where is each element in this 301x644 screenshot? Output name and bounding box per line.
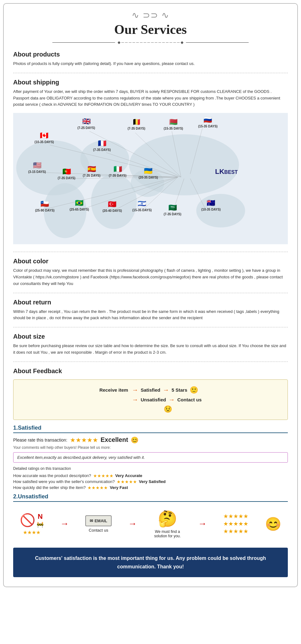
- unsat-email-item: ✉ EMAIL Contact us: [85, 515, 111, 533]
- about-size-section: About size Be sure before purchasing ple…: [13, 333, 288, 356]
- flag-chile: 🇨🇱 (25-90 DAYS): [35, 200, 55, 212]
- flag-belgium: 🇧🇪 (7-35 DAYS): [128, 118, 145, 130]
- sad-emoji-row: 😟: [132, 405, 202, 413]
- arrow-to-stars: →: [163, 386, 169, 394]
- color-title: About color: [13, 258, 288, 265]
- detail-2-value: Very Satisfied: [139, 479, 166, 484]
- stars-label: 5 Stars: [172, 387, 187, 393]
- flag-france: 🇫🇷 (7-35 DAYS): [93, 139, 111, 152]
- detail-1-stars: ★★★★★: [93, 473, 114, 478]
- detail-3-label: How quickly did the seller ship the item…: [13, 485, 86, 490]
- about-return-section: About return Within 7 days after receipt…: [13, 299, 288, 322]
- unsat-stars-outcome: ★★★★★ ★★★★★ ★★★★★: [223, 513, 248, 535]
- outcome-stars-row-2: ★★★★★: [223, 520, 248, 527]
- example-text-box: Excellent item,exactly as described,quic…: [13, 452, 288, 463]
- satisfied-label: Satisfied: [141, 387, 161, 393]
- products-text: Photos of products is fully comply with …: [13, 61, 288, 67]
- return-title: About return: [13, 299, 288, 306]
- flag-canada: 🇨🇦 (10-35 DAYS): [34, 131, 54, 144]
- svg-point-1: [16, 141, 90, 196]
- flow-branches: → Satisfied → 5 Stars 🙂 → Unsatisfied → …: [132, 386, 202, 413]
- flag-spain: 🇪🇸 (7-35 DAYS): [83, 165, 100, 177]
- detail-1-label: How accurate was the product description…: [13, 473, 91, 478]
- divider-2: [13, 252, 288, 252]
- example-text: Excellent item,exactly as described,quic…: [17, 455, 145, 460]
- divider-4: [13, 327, 288, 327]
- detail-row-1: How accurate was the product description…: [13, 473, 288, 478]
- feedback-title: About Feedback: [13, 368, 288, 375]
- size-title: About size: [13, 333, 288, 340]
- detail-3-value: Very Fast: [110, 485, 128, 490]
- products-title: About products: [13, 51, 288, 58]
- detail-2-stars: ★★★★★: [117, 479, 137, 484]
- satisfied-emoji: 😊: [131, 436, 139, 444]
- bottom-message: Customers' satisfaction is the most impo…: [13, 548, 288, 577]
- unsatisfied-branch: → Unsatisfied → Contact us: [132, 396, 202, 403]
- satisfied-branch: → Satisfied → 5 Stars 🙂: [132, 386, 202, 394]
- flag-usa: 🇺🇸 (3-15 DAYS): [28, 161, 46, 174]
- comment-help: Your comments will help other buyers! Pl…: [13, 445, 288, 450]
- happy-emoji: 🙂: [190, 386, 198, 394]
- satisfied-section: 1.Satisfied Please rate this transaction…: [13, 425, 288, 490]
- unsatisfied-flow: 🚫 N 🚧 ★★★★ → ✉ EMA: [13, 507, 288, 541]
- outcome-happy-emoji: 😊: [265, 516, 281, 532]
- title-divider: ◆ ─ ─ ─ ─ ─ ─ ─ ─ ─ ─ ─ ─ ─ ─ ─ ─ ◆: [13, 40, 288, 45]
- flag-israel: 🇮🇱 (15-35 DAYS): [132, 200, 152, 212]
- flag-australia: 🇦🇺 (10-35 DAYS): [201, 199, 221, 211]
- flag-brazil: 🇧🇷 (25-65 DAYS): [70, 199, 89, 211]
- receive-item-label: Receive item: [99, 386, 128, 393]
- outcome-stars-row-1: ★★★★★: [223, 513, 248, 520]
- about-shipping-section: About shipping After payment of Your ord…: [13, 79, 288, 246]
- about-color-section: About color Color of product may vary, w…: [13, 258, 288, 287]
- unsat-no-icon: 🚫 N 🚧 ★★★★: [20, 513, 44, 535]
- bottom-message-text: Customers' satisfaction is the most impo…: [35, 555, 266, 569]
- n-letter: N: [37, 513, 44, 521]
- arrow-to-contact: →: [169, 396, 175, 403]
- unsatisfied-section-title: 2.Unsatisfied: [13, 493, 288, 502]
- red-arrow-2: →: [128, 519, 137, 529]
- detail-row-2: How satisfied were you with the seller's…: [13, 479, 288, 484]
- flag-saudi: 🇸🇦 (7-35 DAYS): [164, 204, 181, 216]
- flag-russia: 🇷🇺 (15-35 DAYS): [198, 116, 218, 128]
- flag-belarus: 🇧🇾 (15-35 DAYS): [164, 118, 183, 130]
- page-wrapper: ∿ ⊃⊃ ∿ Our Services ◆ ─ ─ ─ ─ ─ ─ ─ ─ ─ …: [3, 3, 298, 587]
- about-feedback-section: About Feedback Receive item → Satisfied …: [13, 368, 288, 541]
- about-products-section: About products Photos of products is ful…: [13, 51, 288, 67]
- rate-label: Please rate this transaction:: [13, 437, 67, 443]
- divider-3: [13, 293, 288, 293]
- header-ornament: ∿ ⊃⊃ ∿: [13, 10, 288, 20]
- unsat-stars: ★★★★: [23, 530, 40, 535]
- solution-label: We must find a solution for you.: [153, 529, 182, 538]
- rating-row: Please rate this transaction: ★★★★★ Exce…: [13, 436, 288, 444]
- return-text: Within 7 days after receipt , You can re…: [13, 309, 288, 322]
- flag-turkey: 🇹🇷 (20-40 DAYS): [103, 200, 122, 212]
- detail-row-3: How quickly did the seller ship the item…: [13, 485, 288, 490]
- detail-3-stars: ★★★★★: [87, 485, 108, 490]
- flag-ukraine: 🇺🇦 (20-35 DAYS): [139, 167, 158, 179]
- detailed-ratings-title: Detailed ratings on this transaction: [13, 466, 288, 471]
- flag-uk: 🇬🇧 (7-25 DAYS): [77, 117, 95, 130]
- size-text: Be sure before purchasing please review …: [13, 343, 288, 356]
- divider-5: [13, 362, 288, 362]
- flag-portugal: 🇵🇹 (7-35 DAYS): [58, 168, 75, 180]
- main-title: Our Services: [13, 22, 288, 37]
- lkbest-logo: LKBEST: [215, 168, 238, 176]
- email-label: EMAIL: [94, 518, 107, 523]
- sad-emoji: 😟: [164, 405, 172, 413]
- shipping-title: About shipping: [13, 79, 288, 86]
- contact-us-label: Contact us: [85, 528, 111, 533]
- contact-label: Contact us: [177, 397, 202, 402]
- outcome-stars-row-3: ★★★★★: [223, 528, 248, 535]
- unsat-stars-row: ★★★★: [20, 529, 44, 535]
- color-text: Color of product may vary, we must remem…: [13, 267, 288, 287]
- divider-1: [13, 73, 288, 73]
- red-arrow-3: →: [198, 519, 207, 529]
- arrow-to-unsatisfied: →: [132, 396, 138, 403]
- flag-italy: 🇮🇹 (7-35 DAYS): [109, 165, 126, 177]
- question-figure: 🤔: [153, 510, 182, 528]
- shipping-map: LKBEST 🇬🇧 (7-25 DAYS) 🇨🇦 (10-35 DAYS) 🇧🇪…: [13, 111, 288, 246]
- shipping-text: After payment of Your order, we will shi…: [13, 89, 288, 108]
- satisfied-section-title: 1.Satisfied: [13, 425, 288, 433]
- arrow-to-satisfied: →: [132, 386, 138, 394]
- feedback-flow-container: Receive item → Satisfied → 5 Stars 🙂 → U…: [23, 386, 278, 413]
